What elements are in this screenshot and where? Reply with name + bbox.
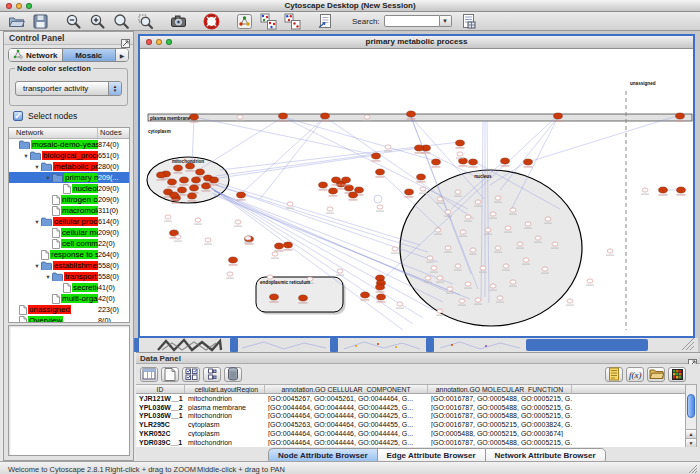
table-cell[interactable]: [GO:0044464, GO:0044444, GO:0044425, G..…	[265, 404, 428, 411]
table-cell[interactable]: plasma membrane	[185, 404, 265, 411]
tree-expander-icon[interactable]: ▼	[22, 153, 30, 159]
tree-row[interactable]: mosaic-demo-yeast874(0)	[9, 139, 129, 150]
graph-node-small[interactable]	[447, 287, 453, 291]
graph-node-orange[interactable]	[524, 159, 533, 165]
graph-node-orange[interactable]	[355, 187, 364, 193]
graph-node-orange[interactable]	[168, 179, 177, 185]
table-cell[interactable]: YJR121W__1	[136, 395, 185, 402]
attribute-matrix-icon[interactable]	[203, 367, 221, 382]
table-column-header[interactable]: annotation.GO MOLECULAR_FUNCTION	[428, 385, 572, 393]
table-cell[interactable]: YDR039C__1	[136, 439, 185, 446]
graph-node-orange[interactable]	[180, 177, 189, 183]
graph-node-orange[interactable]	[405, 189, 414, 195]
background-windows-strip[interactable]	[134, 338, 698, 352]
graph-node-orange[interactable]	[210, 177, 219, 183]
network-overview-icon[interactable]	[236, 13, 253, 30]
app-resize-grip-icon[interactable]	[688, 464, 698, 474]
graph-node-small[interactable]	[490, 284, 496, 288]
graph-node-small[interactable]	[437, 197, 443, 201]
graph-node-small[interactable]	[535, 236, 541, 240]
graph-node-orange[interactable]	[299, 295, 308, 301]
scroll-down-icon[interactable]: ▼	[686, 438, 696, 447]
graph-node-orange[interactable]	[554, 113, 563, 119]
graph-node-orange[interactable]	[319, 182, 328, 188]
tree-row[interactable]: macromolecule311(0)	[9, 205, 129, 216]
graph-node-small[interactable]	[227, 272, 233, 276]
graph-node-orange[interactable]	[372, 153, 381, 159]
graph-node-small[interactable]	[457, 152, 463, 156]
open-folder-icon[interactable]	[8, 13, 25, 30]
heatmap-matrix-icon[interactable]	[668, 367, 686, 382]
graph-node-orange[interactable]	[342, 177, 351, 183]
graph-node-small[interactable]	[505, 226, 511, 230]
graph-node-orange[interactable]	[376, 284, 385, 290]
table-cell[interactable]: [GO:0045267, GO:0045261, GO:0044464, G..…	[265, 395, 428, 402]
graph-node-orange[interactable]	[188, 193, 197, 199]
table-column-header[interactable]: annotation.GO CELLULAR_COMPONENT	[265, 385, 428, 393]
graph-node-small[interactable]	[235, 220, 241, 224]
table-cell[interactable]: mitochondrion	[185, 395, 265, 402]
table-cell[interactable]: [GO:0016787, GO:0005488, GO:0005215, G..…	[428, 412, 572, 419]
tree-expander-icon[interactable]: ▼	[44, 175, 52, 181]
tree-row[interactable]: ▼cellular process614(0)	[9, 216, 129, 227]
table-cell[interactable]: mitochondrion	[185, 439, 265, 446]
delete-attribute-icon[interactable]	[224, 367, 242, 382]
nested-network-a-icon[interactable]	[260, 13, 277, 30]
graph-node-orange[interactable]	[275, 243, 284, 249]
table-cell[interactable]: [GO:0016787, GO:0005215, GO:0003824, G..…	[428, 421, 572, 428]
annotation-notes-icon[interactable]	[605, 367, 623, 382]
graph-node-small[interactable]	[397, 302, 403, 306]
tree-row[interactable]: ▼establishment of lo558(0)	[9, 260, 129, 271]
graph-node-orange[interactable]	[432, 159, 441, 165]
graph-node-small[interactable]	[420, 187, 426, 191]
network-canvas[interactable]: plasma membranecytoplasmmitochondrionnuc…	[140, 49, 693, 336]
graph-node-small[interactable]	[480, 266, 486, 270]
graph-node-small[interactable]	[517, 242, 523, 246]
import-attributes-folder-icon[interactable]	[647, 367, 665, 382]
graph-node-small[interactable]	[385, 145, 391, 149]
tree-expander-icon[interactable]: ▼	[33, 164, 41, 170]
tree-column-nodes[interactable]: Nodes	[97, 128, 129, 138]
graph-node-orange[interactable]	[469, 159, 478, 165]
graph-node-orange[interactable]	[332, 177, 341, 183]
function-builder-icon[interactable]: f(x)	[626, 367, 644, 382]
table-cell[interactable]: mitochondrion	[185, 412, 265, 419]
graph-node-small[interactable]	[327, 207, 333, 211]
graph-node-small[interactable]	[205, 238, 211, 242]
help-lifesaver-icon[interactable]	[203, 13, 220, 30]
birds-eye-view-panel[interactable]	[8, 325, 130, 456]
graph-node-small[interactable]	[490, 212, 496, 216]
graph-node-small[interactable]	[431, 266, 437, 270]
tree-expander-icon[interactable]: ▼	[44, 274, 52, 280]
snapshot-camera-icon[interactable]	[170, 13, 187, 30]
table-cell[interactable]: cytoplasm	[185, 430, 265, 437]
graph-node-small[interactable]	[460, 230, 466, 234]
graph-node-small[interactable]	[545, 217, 551, 221]
graph-node-small[interactable]	[245, 236, 251, 240]
table-cell[interactable]: YPL036W__1	[136, 412, 185, 419]
tree-row[interactable]: ▼metabolic process280(0)	[9, 161, 129, 172]
graph-node-small[interactable]	[542, 267, 548, 271]
node-color-dropdown[interactable]: transporter activity ▲ ▼	[15, 81, 122, 96]
graph-node-small[interactable]	[455, 264, 461, 268]
table-cell[interactable]: [GO:0044464, GO:0044444, GO:0044425, G..…	[265, 412, 428, 419]
graph-node-small[interactable]	[425, 276, 431, 280]
graph-node-small[interactable]	[364, 115, 370, 119]
create-attribute-icon[interactable]	[161, 367, 179, 382]
tree-row[interactable]: unassigned223(0)	[9, 304, 129, 315]
graph-node-orange[interactable]	[284, 242, 293, 248]
window-titlebar[interactable]: Cytoscape Desktop (New Session)	[0, 0, 700, 12]
graph-node-orange[interactable]	[279, 113, 288, 119]
select-attributes-icon[interactable]	[140, 367, 158, 382]
graph-node-small[interactable]	[377, 205, 383, 209]
table-column-header[interactable]: ID	[136, 385, 185, 393]
table-row[interactable]: YLR295Ccytoplasm[GO:0045263, GO:0044464,…	[136, 420, 685, 429]
tab-network[interactable]: Network	[9, 49, 63, 61]
attribute-batch-select-icon[interactable]	[182, 367, 200, 382]
graph-node-orange[interactable]	[190, 114, 199, 120]
tree-row[interactable]: response to stimulu264(0)	[9, 249, 129, 260]
graph-node-small[interactable]	[567, 299, 573, 303]
graph-node-small[interactable]	[459, 299, 465, 303]
graph-node-small[interactable]	[587, 279, 593, 283]
nested-network-b-icon[interactable]	[284, 13, 301, 30]
